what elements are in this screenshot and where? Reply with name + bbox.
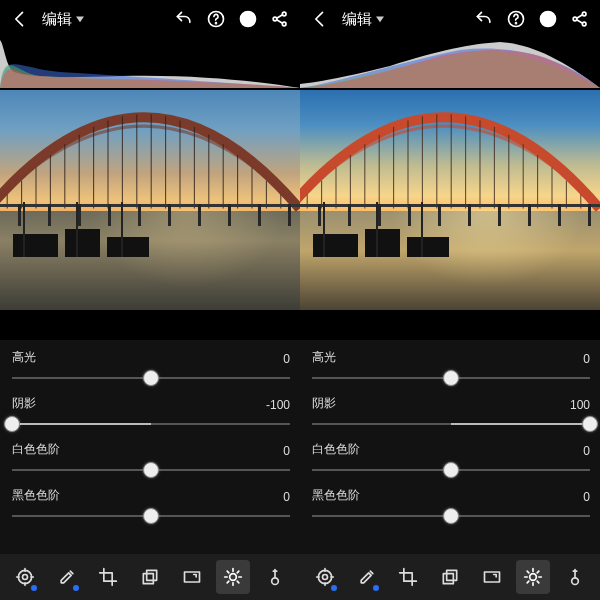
svg-point-94 bbox=[530, 574, 537, 581]
back-button[interactable] bbox=[4, 3, 36, 35]
slider-value: 100 bbox=[570, 398, 590, 412]
svg-line-61 bbox=[577, 15, 583, 18]
topbar: 编辑 bbox=[300, 0, 600, 38]
svg-rect-92 bbox=[443, 574, 453, 584]
blue-dot bbox=[31, 585, 37, 591]
sliders-panel: 高光 0 阴影 100 白色色阶 0 bbox=[300, 340, 600, 554]
undo-button[interactable] bbox=[468, 3, 500, 35]
tool-aspect-button[interactable] bbox=[475, 560, 509, 594]
slider-knob[interactable] bbox=[4, 416, 20, 432]
back-button[interactable] bbox=[304, 3, 336, 35]
svg-rect-5 bbox=[247, 22, 249, 24]
tool-aspect-button[interactable] bbox=[175, 560, 209, 594]
page-title[interactable]: 编辑 bbox=[36, 10, 86, 29]
tool-stack-button[interactable] bbox=[433, 560, 467, 594]
svg-point-54 bbox=[516, 23, 517, 24]
slider-knob[interactable] bbox=[143, 462, 159, 478]
slider-track[interactable] bbox=[12, 366, 290, 390]
tool-dial-button[interactable] bbox=[308, 560, 342, 594]
slider-track[interactable] bbox=[312, 504, 590, 528]
slider-row: 白色色阶 0 bbox=[0, 436, 300, 482]
svg-rect-56 bbox=[547, 14, 549, 20]
tool-temp-button[interactable] bbox=[558, 560, 592, 594]
tool-crop-button[interactable] bbox=[391, 560, 425, 594]
slider-track[interactable] bbox=[312, 458, 590, 482]
slider-row: 阴影 100 bbox=[300, 390, 600, 436]
caret-down-icon bbox=[376, 15, 384, 23]
svg-point-33 bbox=[18, 570, 31, 583]
slider-track[interactable] bbox=[312, 412, 590, 436]
slider-knob[interactable] bbox=[143, 508, 159, 524]
blue-dot bbox=[73, 585, 79, 591]
svg-point-51 bbox=[272, 578, 279, 585]
svg-rect-39 bbox=[147, 570, 157, 580]
tool-dial-button[interactable] bbox=[8, 560, 42, 594]
undo-button[interactable] bbox=[168, 3, 200, 35]
share-button[interactable] bbox=[264, 3, 296, 35]
svg-line-47 bbox=[228, 571, 230, 573]
tool-crop-button[interactable] bbox=[91, 560, 125, 594]
svg-rect-57 bbox=[547, 22, 549, 24]
svg-point-42 bbox=[230, 574, 237, 581]
svg-rect-4 bbox=[247, 14, 249, 20]
tool-brush-button[interactable] bbox=[50, 560, 84, 594]
slider-row: 黑色色阶 0 bbox=[300, 482, 600, 528]
histogram bbox=[0, 38, 300, 90]
sliders-panel: 高光 0 阴影 -100 白色色阶 0 bbox=[0, 340, 300, 554]
topbar: 编辑 bbox=[0, 0, 300, 38]
svg-line-62 bbox=[577, 20, 583, 23]
slider-value: 0 bbox=[283, 490, 290, 504]
svg-line-49 bbox=[238, 571, 240, 573]
tool-light-button[interactable] bbox=[516, 560, 550, 594]
slider-knob[interactable] bbox=[443, 508, 459, 524]
page-title[interactable]: 编辑 bbox=[336, 10, 386, 29]
alert-button[interactable] bbox=[232, 3, 264, 35]
bottombar bbox=[0, 554, 300, 600]
slider-track[interactable] bbox=[12, 504, 290, 528]
svg-point-103 bbox=[572, 578, 579, 585]
slider-track[interactable] bbox=[12, 412, 290, 436]
svg-rect-40 bbox=[143, 574, 153, 584]
title-text: 编辑 bbox=[342, 10, 372, 29]
share-button[interactable] bbox=[564, 3, 596, 35]
slider-row: 白色色阶 0 bbox=[300, 436, 600, 482]
bottombar bbox=[300, 554, 600, 600]
tool-temp-button[interactable] bbox=[258, 560, 292, 594]
slider-row: 高光 0 bbox=[300, 344, 600, 390]
slider-track[interactable] bbox=[312, 366, 590, 390]
slider-value: 0 bbox=[583, 444, 590, 458]
slider-row: 黑色色阶 0 bbox=[0, 482, 300, 528]
help-button[interactable] bbox=[500, 3, 532, 35]
alert-button[interactable] bbox=[532, 3, 564, 35]
slider-value: 0 bbox=[283, 352, 290, 366]
slider-track[interactable] bbox=[12, 458, 290, 482]
tool-light-button[interactable] bbox=[216, 560, 250, 594]
slider-label: 黑色色阶 bbox=[312, 487, 360, 504]
slider-knob[interactable] bbox=[143, 370, 159, 386]
slider-knob[interactable] bbox=[443, 462, 459, 478]
slider-label: 阴影 bbox=[312, 395, 336, 412]
svg-point-34 bbox=[22, 575, 27, 580]
blue-dot bbox=[373, 585, 379, 591]
svg-point-85 bbox=[318, 570, 331, 583]
slider-row: 高光 0 bbox=[0, 344, 300, 390]
slider-knob[interactable] bbox=[443, 370, 459, 386]
slider-value: -100 bbox=[266, 398, 290, 412]
tool-brush-button[interactable] bbox=[350, 560, 384, 594]
svg-line-50 bbox=[228, 581, 230, 583]
help-button[interactable] bbox=[200, 3, 232, 35]
pane-right: 编辑 高光 0 bbox=[300, 0, 600, 600]
slider-value: 0 bbox=[583, 352, 590, 366]
svg-point-86 bbox=[322, 575, 327, 580]
tool-stack-button[interactable] bbox=[133, 560, 167, 594]
photo-preview[interactable] bbox=[300, 90, 600, 310]
svg-rect-41 bbox=[184, 572, 199, 582]
slider-knob[interactable] bbox=[582, 416, 598, 432]
svg-rect-93 bbox=[484, 572, 499, 582]
boats bbox=[306, 218, 480, 258]
histogram bbox=[300, 38, 600, 90]
slider-label: 黑色色阶 bbox=[12, 487, 60, 504]
title-text: 编辑 bbox=[42, 10, 72, 29]
photo-preview[interactable] bbox=[0, 90, 300, 310]
slider-label: 高光 bbox=[312, 349, 336, 366]
